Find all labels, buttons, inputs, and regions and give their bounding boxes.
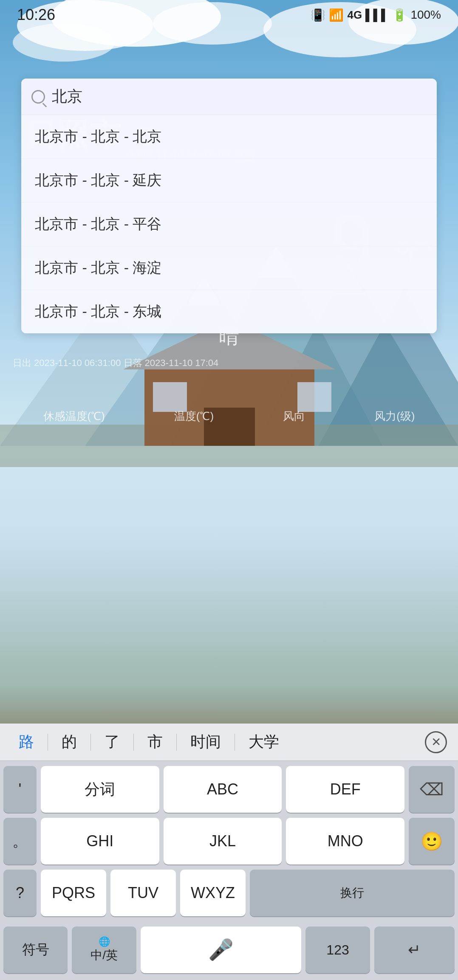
- suggestion-2[interactable]: 了: [93, 727, 132, 757]
- key-DEF[interactable]: DEF: [286, 766, 404, 813]
- delete-circle-icon: ✕: [425, 731, 447, 753]
- keyboard-row-1: ' 分词 ABC DEF ⌫: [3, 766, 455, 813]
- key-JKL[interactable]: JKL: [164, 818, 282, 865]
- keyboard-bottom-row: 符号 🌐 中/英 🎤 123 ↵: [0, 926, 458, 980]
- key-PQRS[interactable]: PQRS: [41, 870, 106, 916]
- suggestion-divider-0: [48, 734, 48, 751]
- globe-icon: 🌐: [99, 936, 110, 947]
- key-GHI[interactable]: GHI: [41, 818, 159, 865]
- battery-icon: 🔋: [392, 8, 407, 22]
- status-icons: 📳 📶 4G ▌▌▌ 🔋 100%: [311, 8, 441, 22]
- suggestion-4[interactable]: 时间: [178, 727, 233, 757]
- key-fenCI[interactable]: 分词: [41, 766, 159, 813]
- dropdown-item-2[interactable]: 北京市 - 北京 - 平谷: [21, 203, 437, 246]
- battery-percent: 100%: [410, 8, 441, 22]
- weather-footer: 休感温度(℃) 温度(℃) 风向 风力(级): [0, 409, 458, 424]
- vibrate-icon: 📳: [311, 8, 325, 22]
- main-keys-row1: 分词 ABC DEF: [41, 766, 404, 813]
- wifi-icon: 📶: [329, 8, 344, 22]
- dropdown-item-3[interactable]: 北京市 - 北京 - 海淀: [21, 246, 437, 290]
- emoji-icon: 🙂: [421, 831, 443, 852]
- weather-sunrise-sunset: 日出 2023-11-10 06:31:00 日落 2023-11-10 17:…: [13, 357, 218, 369]
- suggestion-3[interactable]: 市: [136, 727, 175, 757]
- key-TUV[interactable]: TUV: [110, 870, 176, 916]
- search-icon: [31, 90, 45, 104]
- key-zhongEn[interactable]: 🌐 中/英: [72, 926, 136, 973]
- key-fuHao[interactable]: 符号: [3, 926, 68, 973]
- suggestion-divider-2: [133, 734, 134, 751]
- weather-footer-temp: 温度(℃): [174, 409, 214, 424]
- left-col-3: ?: [3, 870, 37, 916]
- key-enter[interactable]: ↵: [374, 926, 455, 973]
- key-question[interactable]: ?: [3, 870, 37, 916]
- key-backspace[interactable]: ⌫: [409, 766, 455, 813]
- mic-icon: 🎤: [208, 938, 234, 962]
- key-WXYZ[interactable]: WXYZ: [180, 870, 246, 916]
- suggestion-1[interactable]: 的: [50, 727, 89, 757]
- main-keys-row2: GHI JKL MNO: [41, 818, 404, 865]
- keyboard-container: 路 的 了 市 时间 大学 ✕ ' 分词: [0, 724, 458, 980]
- dropdown-item-4[interactable]: 北京市 - 北京 - 东城: [21, 290, 437, 333]
- backspace-icon: ⌫: [420, 780, 444, 799]
- main-keys-row3: PQRS TUV WXYZ: [41, 870, 246, 916]
- key-ABC[interactable]: ABC: [164, 766, 282, 813]
- enter-icon: ↵: [408, 941, 421, 959]
- status-bar: 10:26 📳 📶 4G ▌▌▌ 🔋 100%: [0, 0, 458, 30]
- key-apostrophe[interactable]: ': [3, 766, 37, 813]
- suggestion-0[interactable]: 路: [7, 727, 46, 757]
- signal-bars: ▌▌▌: [365, 8, 389, 22]
- signal-icon: 4G: [347, 8, 362, 22]
- key-123[interactable]: 123: [305, 926, 370, 973]
- suggestion-divider-3: [176, 734, 177, 751]
- word-suggestions-bar: 路 的 了 市 时间 大学 ✕: [0, 724, 458, 761]
- suggestion-divider-1: [90, 734, 91, 751]
- keyboard-row-3: ? PQRS TUV WXYZ 换行: [3, 870, 455, 916]
- dropdown-item-1[interactable]: 北京市 - 北京 - 延庆: [21, 159, 437, 203]
- weather-footer-wind-level: 风力(级): [374, 409, 415, 424]
- left-col: ': [3, 766, 37, 813]
- dropdown-item-0[interactable]: 北京市 - 北京 - 北京: [21, 115, 437, 159]
- key-emoji[interactable]: 🙂: [409, 818, 455, 865]
- weather-footer-wind-dir: 风向: [283, 409, 305, 424]
- search-dropdown: 北京 北京市 - 北京 - 北京 北京市 - 北京 - 延庆 北京市 - 北京 …: [21, 79, 437, 333]
- search-input-value[interactable]: 北京: [52, 86, 82, 107]
- suggestion-5[interactable]: 大学: [237, 727, 291, 757]
- suggestion-divider-4: [235, 734, 235, 751]
- keyboard-row-2: 。 GHI JKL MNO 🙂: [3, 818, 455, 865]
- keyboard-main: ' 分词 ABC DEF ⌫: [0, 761, 458, 926]
- key-space[interactable]: 🎤: [141, 926, 302, 973]
- weather-footer-feels-like: 休感温度(℃): [43, 409, 105, 424]
- suggestion-delete-button[interactable]: ✕: [421, 727, 451, 758]
- key-huanHang-right[interactable]: 换行: [250, 870, 455, 916]
- search-bar[interactable]: 北京: [21, 79, 437, 115]
- key-period[interactable]: 。: [3, 818, 37, 865]
- status-time: 10:26: [17, 6, 55, 24]
- key-MNO[interactable]: MNO: [286, 818, 404, 865]
- left-col-2: 。: [3, 818, 37, 865]
